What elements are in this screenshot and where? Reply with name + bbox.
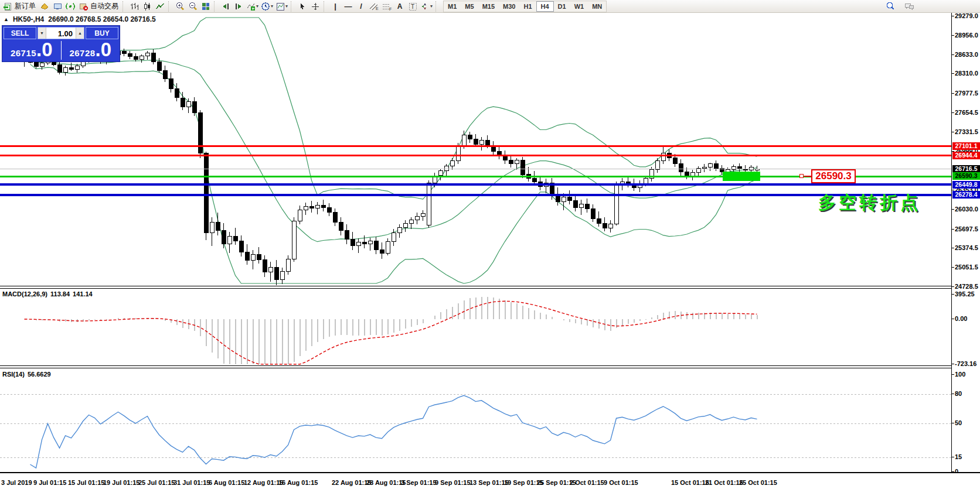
time-tick-label: 25 Jul 01:15 <box>138 479 175 486</box>
timeframe-w1[interactable]: W1 <box>570 1 588 12</box>
indicators-button[interactable]: ▾ <box>245 1 260 12</box>
time-tick-label: 6 Aug 01:15 <box>209 479 244 486</box>
time-axis[interactable]: 3 Jul 20199 Jul 01:1515 Jul 01:1519 Jul … <box>0 472 980 489</box>
price-tick-label: 27331.5 <box>955 128 978 135</box>
volume-value[interactable]: 1.00 <box>46 28 76 39</box>
price-tick-label: 27654.5 <box>955 109 978 116</box>
time-tick-label: 3 Sep 01:15 <box>401 479 437 486</box>
volume-stepper: ▼ 1.00 ▲ <box>38 27 84 39</box>
macd-label: MACD(12,26,9)113.84141.14 <box>2 290 93 297</box>
price-axis[interactable]: 29279.028956.028633.028310.027977.527654… <box>951 13 980 473</box>
timeframe-group: M1M5M15M30H1H4D1W1MN <box>443 1 607 12</box>
toolbar-separator <box>435 1 439 12</box>
sell-price[interactable]: 26715 .0 <box>2 40 61 61</box>
price-tick-label: 28956.0 <box>955 32 978 39</box>
time-tick-label: 13 Sep 01:15 <box>469 479 509 486</box>
time-tick-label: 9 Jul 01:15 <box>33 479 66 486</box>
cursor-icon[interactable] <box>296 1 309 12</box>
timeframe-m15[interactable]: M15 <box>478 1 499 12</box>
sell-button[interactable]: SELL <box>4 27 36 39</box>
search-icon[interactable] <box>884 1 897 12</box>
chart-shift-icon[interactable] <box>232 1 245 12</box>
time-tick-label: 21 Oct 01:15 <box>705 479 743 486</box>
templates-dropdown-caret[interactable]: ▾ <box>285 4 288 9</box>
metaeditor-icon[interactable] <box>38 1 51 12</box>
macd-signal-value: 141.14 <box>73 290 93 297</box>
time-tick-label: 9 Sep 01:15 <box>435 479 471 486</box>
toolbar: 新订单 自动交易 <box>0 0 980 13</box>
candlestick-chart-icon[interactable] <box>141 1 154 12</box>
autotrading-icon[interactable] <box>77 1 90 12</box>
price-tag: 26449.8 <box>952 181 980 189</box>
callout-drag-handle[interactable] <box>799 174 804 178</box>
tile-windows-icon[interactable] <box>199 1 212 12</box>
volume-up-button[interactable]: ▲ <box>76 28 84 39</box>
text-label-tool[interactable]: T <box>406 1 419 12</box>
timeframe-m5[interactable]: M5 <box>461 1 478 12</box>
indicators-dropdown-caret[interactable]: ▾ <box>256 4 258 9</box>
crosshair-icon[interactable] <box>309 1 322 12</box>
price-tag: 26944.4 <box>952 152 980 159</box>
price-level-callout[interactable]: 26590.3 <box>811 169 856 183</box>
price-tick-label: 26030.0 <box>955 206 978 213</box>
zoom-in-icon[interactable] <box>173 1 186 12</box>
rsi-panel[interactable] <box>0 368 951 472</box>
vertical-line-tool[interactable]: | <box>329 1 342 12</box>
toolbar-separator <box>122 1 126 12</box>
price-tick-label: 28310.0 <box>955 70 978 77</box>
time-tick-label: 31 Jul 01:15 <box>173 479 210 486</box>
timeframe-mn[interactable]: MN <box>588 1 606 12</box>
timeframe-m30[interactable]: M30 <box>499 1 519 12</box>
new-order-button[interactable] <box>1 1 14 12</box>
price-tag: 26716.5 <box>952 165 980 173</box>
time-tick-label: 12 Aug 01:15 <box>244 479 283 486</box>
main-price-chart[interactable] <box>0 13 951 286</box>
macd-panel[interactable] <box>0 289 951 365</box>
new-order-label[interactable]: 新订单 <box>14 1 38 11</box>
price-tick-label: 29279.0 <box>955 12 978 19</box>
price-tag: 26278.4 <box>952 191 980 199</box>
macd-tick-label: -723.16 <box>955 360 976 367</box>
chart-title: ▲ HK50-,H4 26690.0 26768.5 26654.0 26716… <box>4 15 156 23</box>
trendline-tool[interactable]: / <box>355 1 368 12</box>
timeframe-h4[interactable]: H4 <box>536 1 554 12</box>
time-tick-label: 19 Jul 01:15 <box>103 479 139 486</box>
zoom-out-icon[interactable] <box>186 1 199 12</box>
equidistant-channel-tool[interactable]: E <box>368 1 380 12</box>
templates-button[interactable]: ▾ <box>274 1 289 12</box>
chart-symbol-period: HK50-,H4 <box>13 15 44 23</box>
price-tick-label: 25374.5 <box>955 244 978 251</box>
svg-text:T: T <box>411 4 414 10</box>
fibonacci-tool[interactable]: F <box>380 1 393 12</box>
buy-price[interactable]: 26728 .0 <box>62 40 120 61</box>
price-tick-label: 24728.5 <box>955 283 978 290</box>
time-tick-label: 28 Aug 01:15 <box>366 479 406 486</box>
text-tool[interactable]: A <box>393 1 406 12</box>
chat-icon[interactable] <box>903 1 916 12</box>
time-tick-label: 2 Oct 01:15 <box>570 479 604 486</box>
periods-button[interactable]: ▾ <box>260 1 274 12</box>
terminal-icon[interactable] <box>51 1 64 12</box>
price-tick-label: 27977.5 <box>955 90 978 97</box>
rsi-tick-label: 100 <box>955 371 965 378</box>
rsi-tick-label: 80 <box>955 390 962 397</box>
autotrading-label[interactable]: 自动交易 <box>90 1 121 11</box>
buy-button[interactable]: BUY <box>86 27 118 39</box>
timeframe-d1[interactable]: D1 <box>554 1 570 12</box>
arrows-tool[interactable]: ▾ <box>419 1 434 12</box>
time-tick-label: 25 Oct 01:15 <box>739 479 777 486</box>
timeframe-h1[interactable]: H1 <box>519 1 536 12</box>
horizontal-line-tool[interactable]: — <box>342 1 355 12</box>
trade-panel-collapse-icon[interactable]: ▲ <box>4 16 9 22</box>
auto-scroll-icon[interactable] <box>219 1 232 12</box>
line-chart-icon[interactable] <box>154 1 166 12</box>
bar-chart-icon[interactable] <box>128 1 141 12</box>
timeframe-m1[interactable]: M1 <box>444 1 461 12</box>
signals-icon[interactable] <box>64 1 77 12</box>
volume-down-button[interactable]: ▼ <box>38 28 46 39</box>
periods-dropdown-caret[interactable]: ▾ <box>271 4 273 9</box>
buy-price-decimal: .0 <box>96 41 112 59</box>
chart-ohlc-values: 26690.0 26768.5 26654.0 26716.5 <box>48 15 156 23</box>
arrows-dropdown-caret[interactable]: ▾ <box>430 4 433 9</box>
time-tick-label: 3 Jul 2019 <box>1 479 32 486</box>
